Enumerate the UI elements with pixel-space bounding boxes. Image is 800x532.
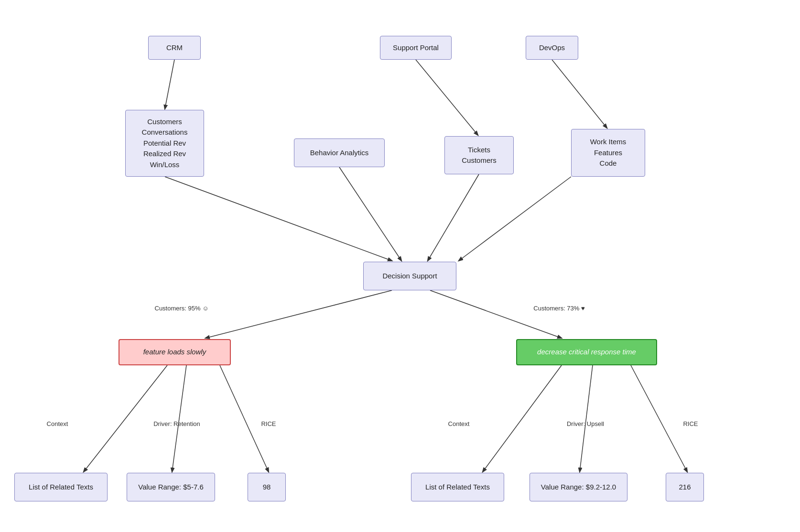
svg-line-12 <box>483 365 562 472</box>
node-decrease-response: decrease critical response time <box>516 339 657 365</box>
label-rice-1: RICE <box>257 420 281 427</box>
node-decision-support: Decision Support <box>363 262 456 290</box>
label-customers-73: Customers: 73% ♥ <box>507 305 612 312</box>
node-behavior-analytics: Behavior Analytics <box>294 138 385 167</box>
node-feature-loads-slowly: feature loads slowly <box>119 339 231 365</box>
node-value-range-1: Value Range: $5-7.6 <box>127 473 215 501</box>
node-crm: CRM <box>148 36 201 60</box>
svg-line-2 <box>552 60 607 128</box>
node-list-related-1: List of Related Texts <box>14 473 108 501</box>
label-context-2: Context <box>440 420 478 427</box>
svg-line-11 <box>220 365 269 472</box>
label-rice-2: RICE <box>679 420 703 427</box>
node-work-items: Work Items Features Code <box>571 129 645 177</box>
svg-line-3 <box>165 177 392 261</box>
node-crm-data: Customers Conversations Potential Rev Re… <box>125 110 204 177</box>
svg-line-7 <box>205 290 392 338</box>
label-context-1: Context <box>38 420 76 427</box>
svg-line-4 <box>339 167 401 261</box>
svg-line-1 <box>416 60 478 135</box>
node-tickets: Tickets Customers <box>444 136 514 174</box>
label-customers-95: Customers: 95% ☺ <box>134 305 229 312</box>
label-driver-upsell: Driver: Upsell <box>552 420 619 427</box>
svg-line-13 <box>580 365 593 472</box>
svg-line-10 <box>172 365 186 472</box>
svg-line-5 <box>428 174 479 261</box>
node-devops: DevOps <box>526 36 578 60</box>
svg-line-9 <box>84 365 167 472</box>
svg-line-8 <box>430 290 562 338</box>
label-driver-retention: Driver: Retention <box>141 420 213 427</box>
node-support-portal: Support Portal <box>380 36 452 60</box>
node-list-related-2: List of Related Texts <box>411 473 504 501</box>
svg-line-0 <box>165 60 174 109</box>
svg-line-6 <box>459 177 571 261</box>
node-rice-2: 216 <box>666 473 704 501</box>
diagram-container: CRM Support Portal DevOps Customers Conv… <box>0 0 800 532</box>
node-value-range-2: Value Range: $9.2-12.0 <box>530 473 627 501</box>
node-rice-1: 98 <box>248 473 286 501</box>
svg-line-14 <box>631 365 687 472</box>
